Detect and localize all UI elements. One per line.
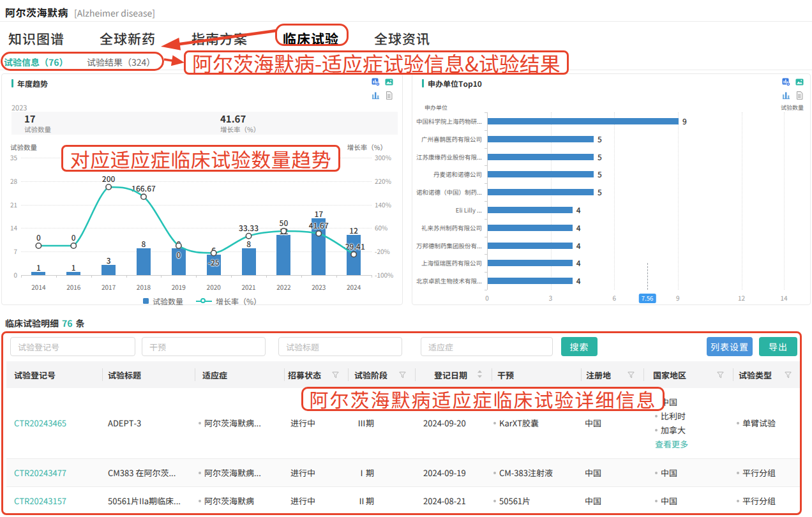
bullet-dot	[199, 472, 201, 474]
axis-tick	[485, 148, 487, 149]
sponsor-x-tick-label: 0	[474, 294, 500, 302]
trend-panel: 年度趋势 2023 17试验数量41.67增长率（%） 试验数量增长率（%）0-…	[1, 73, 403, 305]
column-separator	[733, 368, 733, 381]
sponsor-x-tick-label: 12	[729, 294, 755, 302]
bullet-dot	[655, 415, 658, 417]
bullet-dot	[655, 429, 658, 431]
details-title: 临床试验明细 76 条	[5, 317, 85, 329]
column-header-10[interactable]: 试验类型	[733, 361, 801, 388]
filter-input-1[interactable]	[10, 337, 135, 356]
main-tab-3[interactable]: 指南方案	[192, 29, 248, 48]
trend-line-marker	[351, 251, 356, 257]
annotation-info-label: 阿尔茨海默病-适应症试验信息&试验结果	[184, 50, 569, 75]
legend-item-1[interactable]: 试验数量	[143, 296, 183, 306]
column-header-4[interactable]: 招募状态	[284, 361, 348, 388]
main-tab-1[interactable]: 知识图谱	[8, 29, 64, 48]
cell-title: 50561片IIa期临床...	[102, 487, 195, 514]
table-body: CTR20243465ADEPT-3阿尔茨海默病...进行中Ⅲ期2024-09-…	[6, 388, 801, 514]
filter-input-2[interactable]	[142, 337, 266, 356]
bullet-dot	[199, 422, 201, 424]
details-count-unit: 条	[76, 317, 85, 329]
annotation-arrow-head	[161, 38, 181, 50]
trend-line-marker	[281, 229, 286, 234]
column-separator	[284, 368, 285, 381]
cell-countries: 中国	[643, 459, 733, 486]
table-row: CTR2024315750561片IIa期临床...阿尔茨海默病进行中Ⅱ期202…	[6, 486, 801, 514]
export-button[interactable]: 导出	[759, 337, 797, 356]
main-tab-4[interactable]: 临床试验	[283, 29, 339, 48]
bullet-dot	[737, 500, 739, 502]
sponsor-category-label: 礼来苏州制药有限公司	[412, 224, 482, 232]
country-line: 中国	[655, 494, 677, 508]
column-header-7[interactable]: 干预	[492, 361, 581, 388]
sponsor-bar-label: 4	[576, 242, 581, 250]
axis-tick	[485, 272, 487, 273]
list-settings-button[interactable]: 列表设置	[707, 337, 753, 356]
filter-input-3[interactable]	[278, 337, 402, 356]
column-header-6[interactable]: 登记日期	[415, 361, 492, 388]
column-header-3[interactable]: 适应症	[195, 361, 284, 388]
sponsor-category-label: 万邦德制药集团股份有...	[412, 242, 482, 250]
see-more-link[interactable]: 查看更多	[655, 437, 688, 451]
column-header-5[interactable]: 试验阶段	[348, 361, 415, 388]
column-header-8[interactable]: 注册地	[581, 361, 643, 388]
funnel-icon[interactable]	[785, 369, 792, 381]
cell-title: CM383 在阿尔茨...	[102, 459, 195, 486]
column-header-label: 登记日期	[434, 369, 467, 381]
cell-date: 2024-09-19	[415, 459, 492, 486]
sub-tab-2[interactable]: 试验结果（324）	[87, 56, 155, 68]
column-header-label: 招募状态	[288, 369, 321, 381]
gridline	[678, 112, 679, 290]
trial-link[interactable]: CTR20243157	[14, 495, 66, 507]
bullet-dot	[655, 401, 658, 403]
cell-indication: 阿尔茨海默病...	[195, 388, 284, 458]
cell-intervention: 50561片	[492, 487, 581, 514]
sub-tab-1[interactable]: 试验信息（76）	[4, 56, 68, 68]
main-tab-5[interactable]: 全球资讯	[374, 29, 430, 48]
cell-reg-no: CTR20243477	[6, 459, 102, 486]
main-tab-2[interactable]: 全球新药	[100, 29, 156, 48]
trend-line-path	[38, 187, 354, 255]
funnel-icon[interactable]	[717, 369, 724, 381]
bullet-dot	[199, 500, 201, 502]
column-separator	[415, 368, 416, 381]
details-count: 76	[62, 317, 73, 329]
column-header-9[interactable]: 国家地区	[643, 361, 733, 388]
funnel-icon[interactable]	[332, 369, 339, 381]
sponsor-panel: 申办单位Top10 申办单位试验数量03691214中国科学院上海药物研...9…	[412, 73, 811, 305]
column-separator	[102, 368, 103, 381]
sort-icon[interactable]	[477, 369, 483, 381]
trial-link[interactable]: CTR20243477	[14, 467, 66, 479]
funnel-icon[interactable]	[628, 369, 635, 381]
sponsor-bar-label: 5	[598, 135, 602, 143]
filter-bar: 搜索列表设置导出	[0, 337, 812, 356]
axis-tick	[485, 165, 487, 166]
cell-date: 2024-08-21	[415, 487, 492, 514]
bullet-dot	[737, 422, 739, 424]
legend-circle	[200, 298, 206, 303]
column-header-2[interactable]: 试验标题	[102, 361, 195, 388]
column-separator	[643, 368, 644, 381]
sponsor-bar-label: 5	[598, 153, 602, 161]
sponsor-bar	[488, 260, 573, 266]
filter-input-4[interactable]	[421, 337, 553, 356]
cell-indication: 阿尔茨海默病	[195, 487, 284, 514]
sponsor-bar-label: 5	[598, 188, 602, 196]
column-header-1[interactable]: 试验登记号	[6, 361, 102, 388]
cell-title: ADEPT-3	[102, 388, 195, 458]
cell-intervention: KarXT胶囊	[492, 388, 581, 458]
table-header-row: 试验登记号试验标题适应症招募状态试验阶段登记日期干预注册地国家地区试验类型	[6, 361, 801, 388]
annotation-arrow-head	[171, 56, 184, 66]
axis-tick	[485, 112, 487, 113]
cell-trial-type: 单臂试验	[733, 388, 801, 458]
funnel-icon[interactable]	[399, 369, 406, 381]
search-button[interactable]: 搜索	[561, 337, 598, 356]
page-header: 阿尔茨海默病[Alzheimer disease]	[5, 4, 155, 19]
legend-label: 增长率（%）	[216, 296, 261, 306]
country-line: 加拿大	[655, 423, 686, 437]
bullet-dot	[493, 472, 496, 474]
column-header-label: 试验标题	[108, 369, 141, 381]
legend-item-2[interactable]: 增长率（%）	[196, 296, 261, 306]
trial-link[interactable]: CTR20243465	[14, 417, 66, 430]
cell-countries: 中国	[643, 487, 733, 514]
